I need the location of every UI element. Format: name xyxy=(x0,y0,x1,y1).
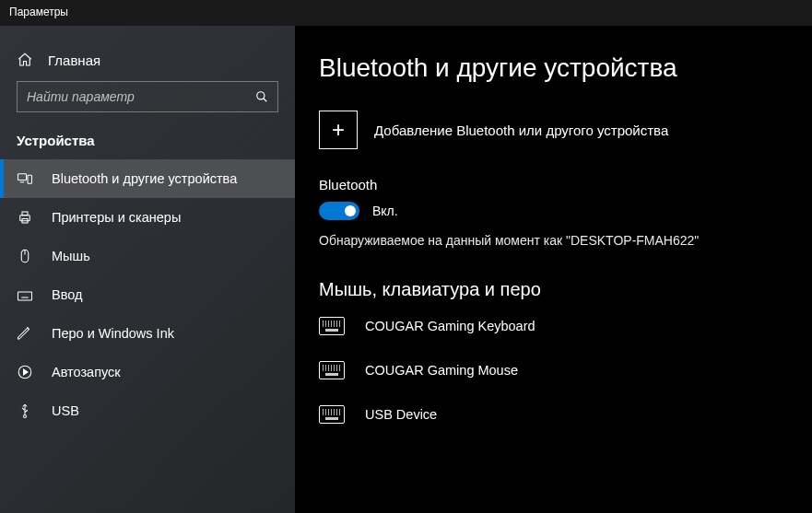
sidebar-item-bluetooth[interactable]: Bluetooth и другие устройства xyxy=(0,159,295,198)
home-button[interactable]: Главная xyxy=(0,42,295,81)
device-name: USB Device xyxy=(365,407,437,422)
sidebar-item-usb[interactable]: USB xyxy=(0,391,295,430)
bluetooth-toggle[interactable] xyxy=(319,202,359,220)
sidebar-item-label: Принтеры и сканеры xyxy=(52,210,181,225)
home-label: Главная xyxy=(48,52,100,68)
home-icon xyxy=(17,52,33,68)
devices-section-heading: Мышь, клавиатура и перо xyxy=(319,279,812,300)
svg-rect-7 xyxy=(18,292,32,300)
sidebar-item-label: Мышь xyxy=(52,249,90,263)
bluetooth-toggle-state: Вкл. xyxy=(372,204,398,218)
window-title: Параметры xyxy=(9,6,68,18)
devices-icon xyxy=(17,170,33,187)
device-name: COUGAR Gaming Mouse xyxy=(365,363,518,378)
svg-point-9 xyxy=(24,415,27,418)
search-input[interactable] xyxy=(17,81,278,112)
add-device-label: Добавление Bluetooth или другого устройс… xyxy=(374,122,668,138)
device-item[interactable]: USB Device xyxy=(319,405,812,424)
device-item[interactable]: COUGAR Gaming Mouse xyxy=(319,361,812,379)
search-field[interactable] xyxy=(27,89,250,104)
main-content: Bluetooth и другие устройства + Добавлен… xyxy=(295,26,812,513)
svg-point-0 xyxy=(257,92,265,99)
sidebar-item-typing[interactable]: Ввод xyxy=(0,275,295,314)
bluetooth-section-label: Bluetooth xyxy=(319,177,812,192)
search-icon xyxy=(255,90,268,103)
sidebar-item-label: USB xyxy=(52,403,79,418)
sidebar-section-title: Устройства xyxy=(0,127,295,159)
sidebar-item-printers[interactable]: Принтеры и сканеры xyxy=(0,198,295,237)
keyboard-device-icon xyxy=(319,361,345,379)
keyboard-device-icon xyxy=(319,317,345,335)
sidebar-item-label: Перо и Windows Ink xyxy=(52,326,174,341)
svg-rect-2 xyxy=(28,175,32,183)
pen-icon xyxy=(17,325,33,342)
sidebar-item-pen[interactable]: Перо и Windows Ink xyxy=(0,314,295,353)
sidebar: Главная Устройства Bluetooth и другие ус… xyxy=(0,26,295,513)
svg-rect-1 xyxy=(18,174,27,181)
keyboard-icon xyxy=(17,286,33,303)
autoplay-icon xyxy=(17,364,33,380)
window-titlebar: Параметры xyxy=(0,0,812,26)
plus-icon: + xyxy=(319,111,358,149)
device-name: COUGAR Gaming Keyboard xyxy=(365,319,535,333)
sidebar-item-label: Ввод xyxy=(52,287,82,302)
sidebar-item-label: Автозапуск xyxy=(52,365,121,379)
page-title: Bluetooth и другие устройства xyxy=(319,53,812,83)
add-device-button[interactable]: + Добавление Bluetooth или другого устро… xyxy=(319,111,812,149)
usb-icon xyxy=(17,402,33,419)
sidebar-item-label: Bluetooth и другие устройства xyxy=(52,171,237,186)
discoverable-text: Обнаруживаемое на данный момент как "DES… xyxy=(319,233,812,248)
svg-rect-4 xyxy=(22,212,28,216)
printer-icon xyxy=(17,209,33,226)
sidebar-nav: Bluetooth и другие устройства Принтеры и… xyxy=(0,159,295,430)
keyboard-device-icon xyxy=(319,405,345,424)
svg-rect-3 xyxy=(20,216,30,221)
device-item[interactable]: COUGAR Gaming Keyboard xyxy=(319,317,812,335)
sidebar-item-autoplay[interactable]: Автозапуск xyxy=(0,353,295,391)
sidebar-item-mouse[interactable]: Мышь xyxy=(0,237,295,275)
mouse-icon xyxy=(17,248,33,264)
